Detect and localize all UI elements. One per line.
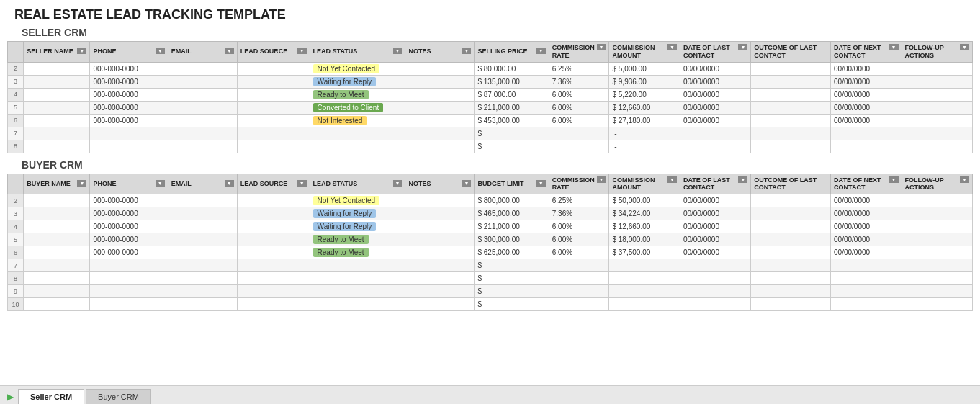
buyer-phone[interactable]: 000-000-0000 <box>90 194 168 207</box>
seller-name[interactable] <box>24 88 90 101</box>
buyer-followup[interactable] <box>902 246 973 259</box>
buyer-lead-status[interactable]: Not Yet Contacted <box>310 194 405 207</box>
buyer-budget[interactable]: $ 211,000.00 <box>475 220 549 233</box>
buyer-next-contact[interactable] <box>831 298 902 311</box>
buyer-email[interactable] <box>168 246 237 259</box>
seller-followup[interactable] <box>902 75 973 88</box>
buyer-lead-status[interactable]: Waiting for Reply <box>310 207 405 220</box>
filter-seller-comm-amount[interactable]: ▼ <box>667 44 677 50</box>
buyer-name[interactable] <box>24 298 90 311</box>
seller-name[interactable] <box>24 62 90 75</box>
buyer-notes[interactable] <box>405 207 475 220</box>
seller-outcome[interactable] <box>751 127 831 140</box>
seller-email[interactable] <box>168 62 237 75</box>
filter-seller-lead-source[interactable]: ▼ <box>297 48 307 54</box>
buyer-next-contact[interactable] <box>831 285 902 298</box>
filter-buyer-comm-amount[interactable]: ▼ <box>667 176 677 183</box>
buyer-comm-amount[interactable]: $ 18,000.00 <box>609 233 680 246</box>
buyer-email[interactable] <box>168 272 237 285</box>
seller-selling-price[interactable]: $ 80,000.00 <box>475 62 549 75</box>
buyer-budget[interactable]: $ 625,000.00 <box>475 246 549 259</box>
buyer-last-contact[interactable] <box>680 285 750 298</box>
seller-comm-amount[interactable]: $ 27,180.00 <box>609 114 680 127</box>
filter-seller-last-contact[interactable]: ▼ <box>738 44 747 50</box>
seller-next-contact[interactable]: 00/00/0000 <box>831 75 902 88</box>
seller-selling-price[interactable]: $ <box>475 127 549 140</box>
seller-name[interactable] <box>24 101 90 114</box>
buyer-comm-rate[interactable]: 6.25% <box>549 194 609 207</box>
filter-buyer-comm-rate[interactable]: ▼ <box>597 176 606 183</box>
buyer-lead-status[interactable] <box>310 298 405 311</box>
buyer-notes[interactable] <box>405 259 475 272</box>
seller-comm-amount[interactable]: $ 9,936.00 <box>609 75 680 88</box>
buyer-notes[interactable] <box>405 272 475 285</box>
buyer-followup[interactable] <box>902 233 973 246</box>
seller-phone[interactable] <box>90 127 168 140</box>
buyer-email[interactable] <box>168 285 237 298</box>
buyer-followup[interactable] <box>902 298 973 311</box>
buyer-comm-amount[interactable]: - <box>609 272 680 285</box>
filter-seller-next-contact[interactable]: ▼ <box>889 44 899 50</box>
buyer-lead-status[interactable]: Waiting for Reply <box>310 220 405 233</box>
buyer-budget[interactable]: $ 800,000.00 <box>475 194 549 207</box>
buyer-email[interactable] <box>168 259 237 272</box>
seller-outcome[interactable] <box>751 140 831 153</box>
seller-name[interactable] <box>24 75 90 88</box>
filter-seller-name[interactable]: ▼ <box>77 48 86 54</box>
seller-last-contact[interactable] <box>680 127 750 140</box>
buyer-lead-source[interactable] <box>237 246 310 259</box>
tab-buyer-crm[interactable]: Buyer CRM <box>86 389 151 404</box>
seller-comm-amount[interactable]: $ 5,220.00 <box>609 88 680 101</box>
buyer-lead-source[interactable] <box>237 233 310 246</box>
buyer-comm-rate[interactable] <box>549 272 609 285</box>
seller-lead-source[interactable] <box>237 114 310 127</box>
seller-followup[interactable] <box>902 114 973 127</box>
seller-name[interactable] <box>24 127 90 140</box>
seller-next-contact[interactable]: 00/00/0000 <box>831 101 902 114</box>
buyer-next-contact[interactable]: 00/00/0000 <box>831 207 902 220</box>
seller-lead-status[interactable]: Not Interested <box>310 114 405 127</box>
seller-notes[interactable] <box>405 127 475 140</box>
seller-outcome[interactable] <box>751 88 831 101</box>
seller-last-contact[interactable] <box>680 140 750 153</box>
filter-buyer-email[interactable]: ▼ <box>225 180 234 187</box>
buyer-outcome[interactable] <box>751 233 831 246</box>
seller-comm-amount[interactable]: $ 12,660.00 <box>609 101 680 114</box>
buyer-comm-rate[interactable]: 7.36% <box>549 207 609 220</box>
buyer-notes[interactable] <box>405 233 475 246</box>
buyer-comm-amount[interactable]: - <box>609 285 680 298</box>
seller-email[interactable] <box>168 88 237 101</box>
buyer-outcome[interactable] <box>751 207 831 220</box>
seller-next-contact[interactable]: 00/00/0000 <box>831 114 902 127</box>
buyer-name[interactable] <box>24 259 90 272</box>
buyer-phone[interactable]: 000-000-0000 <box>90 246 168 259</box>
buyer-followup[interactable] <box>902 194 973 207</box>
buyer-next-contact[interactable]: 00/00/0000 <box>831 220 902 233</box>
buyer-phone[interactable]: 000-000-0000 <box>90 220 168 233</box>
seller-name[interactable] <box>24 140 90 153</box>
seller-selling-price[interactable]: $ 211,000.00 <box>475 101 549 114</box>
buyer-email[interactable] <box>168 233 237 246</box>
seller-comm-amount[interactable]: - <box>609 127 680 140</box>
buyer-comm-rate[interactable] <box>549 298 609 311</box>
buyer-comm-amount[interactable]: $ 34,224.00 <box>609 207 680 220</box>
buyer-next-contact[interactable]: 00/00/0000 <box>831 246 902 259</box>
buyer-last-contact[interactable] <box>680 272 750 285</box>
seller-notes[interactable] <box>405 62 475 75</box>
buyer-email[interactable] <box>168 194 237 207</box>
seller-phone[interactable]: 000-000-0000 <box>90 114 168 127</box>
buyer-followup[interactable] <box>902 272 973 285</box>
seller-last-contact[interactable]: 00/00/0000 <box>680 75 750 88</box>
seller-comm-rate[interactable]: 6.00% <box>549 88 609 101</box>
buyer-last-contact[interactable]: 00/00/0000 <box>680 233 750 246</box>
seller-email[interactable] <box>168 114 237 127</box>
buyer-name[interactable] <box>24 272 90 285</box>
buyer-comm-rate[interactable]: 6.00% <box>549 233 609 246</box>
seller-notes[interactable] <box>405 101 475 114</box>
buyer-name[interactable] <box>24 246 90 259</box>
buyer-followup[interactable] <box>902 285 973 298</box>
seller-notes[interactable] <box>405 140 475 153</box>
seller-lead-source[interactable] <box>237 127 310 140</box>
buyer-next-contact[interactable] <box>831 259 902 272</box>
seller-next-contact[interactable] <box>831 127 902 140</box>
